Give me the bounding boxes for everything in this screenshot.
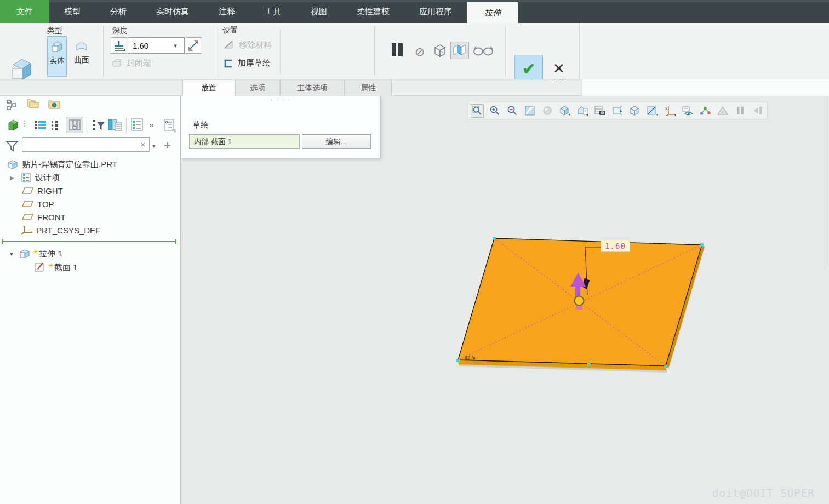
zoom-in-button[interactable] bbox=[488, 104, 501, 118]
menu-tab-live-simulation[interactable]: 实时仿真 bbox=[141, 0, 204, 23]
model-tree-tab-icon[interactable] bbox=[5, 99, 18, 113]
panel-grip-handle[interactable]: · · · · bbox=[181, 96, 380, 103]
tree-report-button[interactable] bbox=[162, 118, 176, 134]
wireframe-preview-button[interactable] bbox=[432, 43, 448, 59]
tree-item-extrude-1[interactable]: ▼ ✳ 拉伸 1 bbox=[9, 247, 62, 260]
depth-value-input[interactable] bbox=[128, 41, 170, 50]
tree-item-front-plane[interactable]: FRONT bbox=[22, 210, 66, 224]
tree-list-view-button[interactable] bbox=[34, 119, 47, 133]
view-images-button[interactable] bbox=[593, 104, 607, 118]
tab-options[interactable]: 选项 bbox=[235, 80, 280, 96]
datum-display-filter-button[interactable]: x/ bbox=[664, 104, 677, 118]
menu-tab-view[interactable]: 视图 bbox=[296, 0, 342, 23]
menu-tab-applications[interactable]: 应用程序 bbox=[404, 0, 467, 23]
solid-cube-icon bbox=[50, 40, 64, 56]
show-model-button[interactable] bbox=[7, 118, 21, 134]
no-preview-button[interactable]: ⊘ bbox=[415, 45, 425, 59]
surface-icon bbox=[75, 39, 89, 55]
design-items-list-button[interactable] bbox=[130, 118, 145, 134]
menu-tab-model[interactable]: 模型 bbox=[49, 0, 95, 23]
ribbon-separator bbox=[505, 26, 506, 77]
menu-tab-file[interactable]: 文件 bbox=[0, 0, 49, 23]
collapse-arrow-icon[interactable]: ▼ bbox=[9, 251, 16, 257]
tree-item-top-plane[interactable]: TOP bbox=[22, 197, 54, 210]
shaded-preview-button[interactable] bbox=[450, 42, 469, 59]
plane-display-button[interactable] bbox=[611, 104, 624, 118]
display-style-button[interactable] bbox=[558, 104, 571, 118]
tree-item-right-plane[interactable]: RIGHT bbox=[22, 184, 63, 197]
depth-group-label: 深度 bbox=[112, 26, 128, 36]
tree-root-part[interactable]: 贴片-焊锡育定位靠山.PRT bbox=[7, 158, 117, 171]
pause-button-disabled bbox=[734, 104, 747, 118]
toolbar-overflow-chevron[interactable]: » bbox=[149, 120, 153, 129]
glasses-icon bbox=[472, 44, 494, 57]
tree-filter-button[interactable] bbox=[91, 119, 105, 134]
pause-feature-button[interactable] bbox=[389, 42, 405, 60]
tab-placement[interactable]: 放置 bbox=[182, 80, 235, 96]
dashboard-tab-strip: 放置 选项 主体选项 属性 bbox=[0, 79, 582, 96]
type-group-label: 类型 bbox=[47, 26, 62, 36]
surface-type-label: 曲面 bbox=[74, 55, 89, 65]
shaded-preview-icon bbox=[452, 44, 467, 57]
section-1-label: 截面 1 bbox=[54, 262, 78, 273]
zoom-fit-button[interactable] bbox=[471, 104, 484, 118]
folder-browser-icon[interactable] bbox=[25, 98, 41, 113]
tree-filter-field: × bbox=[22, 137, 150, 152]
main-menu-bar: 文件 模型 分析 实时仿真 注释 工具 视图 柔性建模 应用程序 拉伸 bbox=[0, 0, 829, 23]
ribbon-separator bbox=[103, 26, 104, 77]
tree-settings-columns-button[interactable] bbox=[107, 118, 123, 133]
tree-item-design-items[interactable]: ▶ 设计项 bbox=[10, 171, 60, 184]
top-plane-label: TOP bbox=[37, 199, 54, 209]
design-items-icon bbox=[21, 172, 32, 183]
menu-tab-tools[interactable]: 工具 bbox=[250, 0, 296, 23]
filter-clear-icon[interactable]: × bbox=[136, 140, 149, 149]
view-normal-button[interactable] bbox=[628, 104, 642, 118]
thicken-sketch-label: 加厚草绘 bbox=[238, 58, 271, 68]
tab-properties[interactable]: 属性 bbox=[345, 80, 392, 96]
filter-funnel-icon[interactable] bbox=[5, 140, 19, 153]
section-display-button[interactable] bbox=[646, 104, 659, 118]
depth-type-button[interactable] bbox=[111, 37, 127, 54]
edit-sketch-button[interactable]: 编辑... bbox=[302, 134, 371, 149]
solid-type-button[interactable]: 实体 bbox=[47, 36, 67, 77]
zoom-out-button[interactable] bbox=[506, 104, 519, 118]
tree-item-section-1[interactable]: ✳ 截面 1 bbox=[34, 261, 78, 274]
tree-filter-input[interactable] bbox=[22, 140, 136, 148]
tree-detail-view-button[interactable] bbox=[50, 119, 64, 133]
sketch-collector-field[interactable]: 内部 截面 1 bbox=[189, 134, 300, 149]
annotation-display-button[interactable] bbox=[681, 104, 694, 118]
vertex-marker bbox=[587, 363, 591, 366]
tab-body-options[interactable]: 主体选项 bbox=[280, 80, 345, 96]
depth-dimension-label[interactable]: 1.60 bbox=[601, 240, 630, 252]
flip-arrows-icon bbox=[187, 39, 199, 51]
depth-dropdown-arrow-icon[interactable]: ▾ bbox=[170, 42, 181, 49]
tree-item-csys[interactable]: PRT_CSYS_DEF bbox=[21, 224, 100, 237]
ribbon-separator bbox=[218, 26, 218, 77]
capped-ends-label: 封闭端 bbox=[127, 58, 151, 68]
tree-columns-button[interactable] bbox=[66, 117, 83, 133]
depth-value-combobox: ▾ bbox=[128, 37, 185, 54]
settings-group-label: 设置 bbox=[222, 26, 238, 36]
menu-tab-analysis[interactable]: 分析 bbox=[95, 0, 141, 23]
spin-center-button[interactable] bbox=[699, 104, 712, 118]
menu-tab-flexible-modeling[interactable]: 柔性建模 bbox=[342, 0, 404, 23]
expand-arrow-icon[interactable]: ▶ bbox=[10, 175, 18, 181]
saved-orientations-button[interactable] bbox=[576, 104, 589, 118]
shading-mode-button[interactable] bbox=[541, 104, 554, 118]
filter-dropdown-arrow[interactable]: ▾ bbox=[152, 142, 156, 150]
flip-direction-button[interactable] bbox=[186, 37, 201, 54]
ribbon-separator bbox=[579, 23, 580, 79]
verify-glasses-button[interactable] bbox=[472, 44, 494, 59]
tree-insert-locator[interactable] bbox=[2, 241, 176, 242]
watermark-text: doit@DOIT SUPER bbox=[712, 487, 815, 499]
menu-tab-extrude-active[interactable]: 拉伸 bbox=[467, 2, 518, 23]
thicken-sketch-toggle[interactable]: 加厚草绘 bbox=[223, 58, 271, 68]
favorites-folder-icon[interactable] bbox=[47, 99, 61, 112]
surface-type-button[interactable]: 曲面 bbox=[70, 36, 93, 77]
wireframe-cube-icon bbox=[432, 43, 448, 58]
placement-handle[interactable] bbox=[575, 296, 584, 306]
filter-add-button[interactable]: + bbox=[164, 139, 171, 153]
pause-icon bbox=[389, 42, 405, 58]
menu-tab-annotate[interactable]: 注释 bbox=[204, 0, 250, 23]
repaint-button[interactable] bbox=[523, 104, 536, 118]
